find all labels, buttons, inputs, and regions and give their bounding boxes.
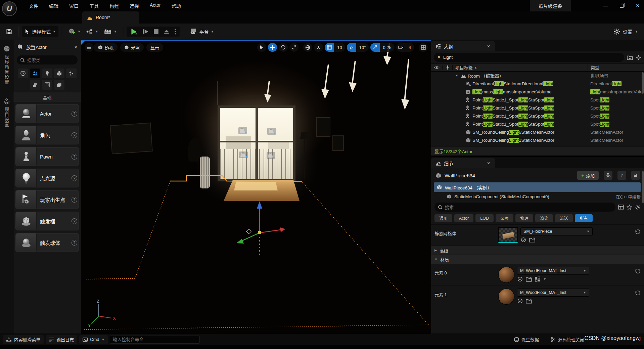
place-category-lights[interactable]: [42, 69, 52, 78]
cmd-console-dropdown[interactable]: Cmd ▼: [79, 335, 108, 344]
viewport-perspective-dropdown[interactable]: 透视: [94, 43, 118, 52]
reset-to-default-icon[interactable]: [635, 229, 641, 235]
maximize-viewport-button[interactable]: [419, 43, 428, 52]
derived-data-button[interactable]: 派生数据: [511, 335, 542, 344]
outliner-search-input[interactable]: ✕ Light: [434, 53, 624, 62]
stop-button[interactable]: [153, 29, 159, 34]
details-lock-button[interactable]: [631, 171, 640, 180]
reset-to-default-icon[interactable]: [635, 269, 641, 274]
browse-to-asset-icon[interactable]: [526, 298, 532, 304]
materials-section-row[interactable]: ▼材质: [431, 255, 644, 264]
details-filter-所有[interactable]: 所有: [575, 214, 593, 222]
place-category-shapes[interactable]: [54, 69, 64, 78]
move-tool-button[interactable]: [268, 43, 277, 52]
place-item-玩家出生点[interactable]: 玩家出生点?: [15, 190, 79, 209]
select-tool-button[interactable]: [257, 43, 266, 52]
scale-snap-control[interactable]: 0.25: [370, 43, 394, 52]
favorites-star-icon[interactable]: [627, 205, 632, 210]
select-mode-dropdown[interactable]: 选择模式 ▼: [22, 26, 58, 37]
outliner-row[interactable]: SM_RoundCeilingLight6StaticMeshActorStat…: [431, 128, 644, 136]
details-filter-Actor[interactable]: Actor: [454, 214, 473, 222]
add-actor-dropdown[interactable]: ▼: [65, 26, 83, 37]
menu-工具[interactable]: 工具: [85, 1, 103, 10]
details-close-icon[interactable]: ✕: [487, 161, 490, 166]
skip-frame-button[interactable]: [142, 29, 149, 35]
expander-icon[interactable]: ▼: [455, 74, 459, 77]
item-label-column[interactable]: 项目标签: [455, 64, 473, 71]
static-mesh-dropdown[interactable]: SM_FloorPiece ▼: [520, 227, 593, 235]
type-column[interactable]: 类型: [588, 64, 644, 71]
details-tab[interactable]: 细节 ✕: [431, 158, 495, 168]
place-item-Pawn[interactable]: Pawn?: [15, 147, 79, 166]
close-button[interactable]: ✕: [634, 2, 641, 9]
place-search-input[interactable]: 搜索类: [17, 55, 78, 64]
cinematics-dropdown[interactable]: ▼: [101, 26, 120, 37]
details-filter-流送[interactable]: 流送: [555, 214, 573, 222]
menu-窗口[interactable]: 窗口: [64, 1, 83, 10]
material-1-dropdown[interactable]: M_WoodFloor_MAT_Inst ▼: [517, 289, 589, 297]
content-drawer-button[interactable]: 内容侧滑菜单: [3, 335, 44, 344]
outliner-settings-icon[interactable]: [636, 55, 641, 60]
material-1-thumbnail[interactable]: [498, 289, 514, 305]
details-filter-渲染[interactable]: 渲染: [535, 214, 553, 222]
platforms-dropdown[interactable]: 平台 ▼: [187, 26, 217, 37]
instance-row-selected[interactable]: WallPiece634 （实例）: [434, 182, 641, 192]
details-help-button[interactable]: ?: [617, 171, 626, 180]
place-category-basic[interactable]: [30, 69, 40, 78]
material-0-dropdown[interactable]: M_WoodFloor_MAT_Inst ▼: [517, 267, 589, 275]
outliner-row[interactable]: PointLightStatic1_SpotLightStaSpotLightS…: [431, 96, 644, 104]
details-filter-LOD[interactable]: LOD: [475, 214, 494, 222]
viewport-options-button[interactable]: [85, 43, 94, 52]
outliner-column-header[interactable]: 项目标签▲ 类型: [431, 63, 644, 72]
level-viewport[interactable]: Z X Y 透视 光照: [81, 40, 431, 334]
eject-button[interactable]: [164, 29, 170, 34]
more-options-caret-icon[interactable]: ▼: [543, 277, 546, 281]
unreal-logo-icon[interactable]: U: [2, 1, 17, 16]
add-component-button[interactable]: +添加: [577, 171, 599, 180]
place-item-触发框[interactable]: 触发框?: [15, 212, 79, 230]
outliner-row[interactable]: PointLightStatic1_SpotLightStaSpotLightS…: [431, 104, 644, 112]
visibility-column-icon[interactable]: [434, 66, 440, 70]
help-icon[interactable]: ?: [72, 154, 77, 160]
place-item-Actor[interactable]: Actor?: [15, 104, 79, 123]
outliner-scrollbar[interactable]: [642, 72, 644, 94]
outliner-add-folder-icon[interactable]: [627, 55, 633, 60]
place-panel-close-icon[interactable]: ✕: [74, 45, 78, 50]
rotation-snap-control[interactable]: 10°: [347, 43, 369, 52]
minimize-button[interactable]: —: [602, 2, 609, 9]
outliner-tab[interactable]: 大纲 ✕: [431, 41, 495, 51]
grid-snap-control[interactable]: 10: [325, 43, 345, 52]
outliner-row[interactable]: LightmassLightmassImportanceVolumeLightm…: [431, 88, 644, 96]
place-category-visual-effects[interactable]: [66, 69, 77, 78]
outliner-row[interactable]: SM_RoundCeilingLight1StaticMeshActorStat…: [431, 136, 644, 144]
edit-in-cpp-label[interactable]: 在C++中编辑: [616, 193, 641, 200]
pin-column-icon[interactable]: [446, 65, 449, 70]
place-item-角色[interactable]: 角色?: [15, 126, 79, 144]
camera-speed-control[interactable]: 4: [396, 43, 414, 52]
details-filter-物理[interactable]: 物理: [515, 214, 533, 222]
place-item-触发球体[interactable]: 触发球体?: [15, 233, 79, 252]
menu-Actor[interactable]: Actor: [145, 1, 166, 10]
browse-to-asset-icon[interactable]: [529, 237, 535, 243]
viewport-lit-dropdown[interactable]: 光照: [120, 43, 144, 52]
world-local-toggle[interactable]: [303, 43, 312, 52]
details-filter-杂项[interactable]: 杂项: [496, 214, 513, 222]
help-icon[interactable]: ?: [72, 218, 77, 224]
console-command-input[interactable]: [110, 336, 200, 344]
details-search-input[interactable]: 搜索: [434, 203, 615, 212]
level-tab[interactable]: Room*: [82, 11, 139, 24]
restore-button[interactable]: [618, 2, 625, 9]
rotate-tool-button[interactable]: [279, 43, 288, 52]
details-scrollbar[interactable]: [642, 171, 644, 203]
menu-编辑[interactable]: 编辑: [44, 1, 63, 10]
source-control-button[interactable]: 源码管理关闭: [547, 335, 588, 344]
material-0-thumbnail[interactable]: [498, 267, 514, 283]
browse-to-asset-icon[interactable]: [526, 276, 532, 282]
help-icon[interactable]: ?: [72, 175, 77, 181]
static-mesh-thumbnail[interactable]: [498, 227, 518, 243]
project-settings-rail-tab[interactable]: 项目设置: [3, 98, 10, 127]
place-category-volumes[interactable]: [42, 80, 52, 90]
world-settings-rail-tab[interactable]: 世界场景设置: [3, 45, 10, 85]
details-view-options-icon[interactable]: [618, 205, 624, 210]
clear-search-icon[interactable]: ✕: [437, 55, 441, 60]
